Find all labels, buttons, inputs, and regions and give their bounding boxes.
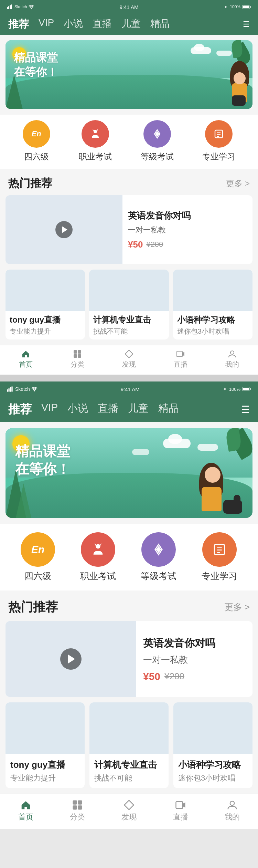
menu-icon-2[interactable]: ☰ — [241, 404, 250, 415]
cloud1-2 — [163, 439, 191, 448]
small-card-title-1-1: tony guy直播 — [10, 314, 81, 325]
nav-items-2: 推荐 VIP 小说 直播 儿童 精品 — [8, 401, 241, 417]
tab-bar-1: 首页 分类 发现 直播 — [0, 345, 258, 375]
cat-label-major-1: 专业学习 — [202, 151, 235, 162]
tab-category-2[interactable]: 分类 — [52, 799, 103, 822]
main-card-price-1: ¥50 ¥200 — [128, 239, 247, 250]
cat-icon-svg-major-1 — [214, 129, 224, 139]
cat-icon-svg-job-1 — [90, 129, 100, 139]
main-card-title-2: 英语发音你对吗 — [143, 636, 246, 650]
svg-rect-17 — [7, 389, 8, 392]
cat-item-1-2[interactable]: En 四六级 — [21, 532, 55, 582]
cat-item-4-1[interactable]: 专业学习 — [202, 120, 235, 162]
tab-profile-1[interactable]: 我的 — [206, 349, 258, 369]
nav-item-premium-1[interactable]: 精品 — [150, 17, 170, 31]
cat-icon-job-2 — [81, 532, 115, 567]
section-more-1[interactable]: 更多 > — [226, 178, 250, 189]
play-triangle-1 — [62, 226, 67, 233]
main-card-price-2: ¥50 ¥200 — [143, 671, 246, 682]
cat-item-2-2[interactable]: 职业考试 — [80, 532, 116, 582]
tab-live-2[interactable]: 直播 — [155, 799, 206, 822]
cloud2-2 — [197, 444, 218, 451]
svg-rect-11 — [74, 350, 77, 354]
carrier-label-2: Sketch — [15, 386, 30, 392]
small-card-3-1[interactable]: 小语种学习攻略 迷你包3小时欢唱 — [173, 270, 252, 339]
tab-home-2[interactable]: 首页 — [0, 799, 52, 822]
cloud3-2 — [132, 449, 149, 455]
cat-icon-job-1 — [82, 120, 109, 148]
nav-item-children-1[interactable]: 儿童 — [121, 17, 141, 31]
cat-icon-svg-grade-1 — [152, 128, 163, 139]
nav-item-vip-1[interactable]: VIP — [39, 17, 54, 31]
tab-home-1[interactable]: 首页 — [0, 349, 52, 369]
svg-rect-31 — [73, 805, 77, 809]
small-card-sub-1-2: 专业能力提升 — [10, 773, 80, 783]
small-card-body-3-1: 小语种学习攻略 迷你包3小时欢唱 — [173, 311, 252, 339]
nav-item-premium-2[interactable]: 精品 — [158, 401, 179, 417]
screen-divider — [0, 375, 258, 381]
small-cards-1: tony guy直播 专业能力提升 计算机专业直击 挑战不可能 小语种学习攻略 … — [6, 270, 252, 339]
svg-point-21 — [34, 390, 35, 391]
small-card-1-2[interactable]: tony guy直播 专业能力提升 — [6, 702, 85, 788]
home-icon-1 — [21, 349, 30, 358]
main-card-2[interactable]: 英语发音你对吗 一对一私教 ¥50 ¥200 — [6, 621, 252, 697]
nav-item-novel-2[interactable]: 小说 — [67, 401, 88, 417]
cloud2-1 — [216, 51, 232, 56]
small-card-2-2[interactable]: 计算机专业直击 挑战不可能 — [89, 702, 169, 788]
svg-rect-13 — [74, 354, 77, 358]
nav-item-live-1[interactable]: 直播 — [93, 17, 112, 31]
status-bar-1: Sketch 9:41 AM ✦ 100% — [0, 0, 258, 14]
nav-item-novel-1[interactable]: 小说 — [64, 17, 83, 31]
svg-rect-30 — [78, 800, 82, 804]
main-card-info-1: 英语发音你对吗 一对一私教 ¥50 ¥200 — [122, 195, 252, 264]
small-card-1-1[interactable]: tony guy直播 专业能力提升 — [6, 270, 85, 339]
nav-item-live-2[interactable]: 直播 — [98, 401, 118, 417]
tab-category-label-1: 分类 — [71, 360, 84, 369]
tab-discover-1[interactable]: 发现 — [103, 349, 155, 369]
nav-item-children-2[interactable]: 儿童 — [128, 401, 149, 417]
cat-item-2-1[interactable]: 职业考试 — [79, 120, 112, 162]
small-card-sub-2-1: 挑战不可能 — [93, 327, 164, 336]
nav-item-vip-2[interactable]: VIP — [41, 401, 58, 417]
bluetooth-icon-2: ✦ — [223, 386, 227, 392]
small-card-title-3-1: 小语种学习攻略 — [177, 314, 248, 325]
svg-rect-14 — [78, 354, 81, 358]
tab-category-1[interactable]: 分类 — [52, 349, 103, 369]
price-new-2: ¥50 — [143, 671, 160, 682]
status-time-2: 9:41 AM — [121, 386, 140, 392]
category-row-2: En 四六级 职业考试 等级考试 — [0, 524, 258, 590]
cat-item-3-1[interactable]: 等级考试 — [141, 120, 174, 162]
small-cards-2: tony guy直播 专业能力提升 计算机专业直击 挑战不可能 小语种学习攻略 … — [0, 702, 258, 794]
section-more-2[interactable]: 更多 > — [224, 601, 250, 613]
girl-body-2 — [202, 487, 222, 511]
tab-discover-2[interactable]: 发现 — [103, 799, 155, 822]
small-card-3-2[interactable]: 小语种学习攻略 迷你包3小时欢唱 — [173, 702, 252, 788]
main-card-title-1: 英语发音你对吗 — [128, 209, 247, 222]
main-card-1[interactable]: 英语发音你对吗 一对一私教 ¥50 ¥200 — [6, 195, 252, 264]
small-card-body-3-2: 小语种学习攻略 迷你包3小时欢唱 — [173, 754, 252, 788]
small-card-2-1[interactable]: 计算机专业直击 挑战不可能 — [89, 270, 169, 339]
battery-label-2: 100% — [229, 387, 240, 392]
tab-bar-2: 首页 分类 发现 直播 — [0, 794, 258, 829]
nav-item-recommend-1[interactable]: 推荐 — [8, 17, 29, 31]
signal-icon-2 — [7, 386, 14, 392]
battery-label: 100% — [230, 4, 240, 9]
cat-item-4-2[interactable]: 专业学习 — [202, 532, 237, 582]
tab-live-1[interactable]: 直播 — [155, 349, 206, 369]
hot-recommend-1: 英语发音你对吗 一对一私教 ¥50 ¥200 tony guy直播 专业能力提升 — [0, 195, 258, 345]
play-button-2[interactable] — [60, 648, 82, 670]
play-button-1[interactable] — [55, 221, 73, 238]
video-icon-1 — [176, 349, 185, 358]
cat-item-3-2[interactable]: 等级考试 — [141, 532, 176, 582]
user-icon-1 — [228, 349, 237, 358]
nav-item-recommend-2[interactable]: 推荐 — [8, 401, 32, 417]
menu-icon-1[interactable]: ☰ — [243, 20, 250, 29]
tab-profile-2[interactable]: 我的 — [206, 799, 258, 822]
svg-point-4 — [94, 130, 97, 133]
svg-rect-0 — [7, 7, 8, 9]
svg-rect-12 — [78, 350, 81, 354]
wifi-icon-2 — [31, 387, 37, 391]
cat-item-1-1[interactable]: En 四六级 — [23, 120, 50, 162]
tab-discover-label-1: 发现 — [122, 360, 136, 369]
main-card-subtitle-2: 一对一私教 — [143, 654, 246, 666]
